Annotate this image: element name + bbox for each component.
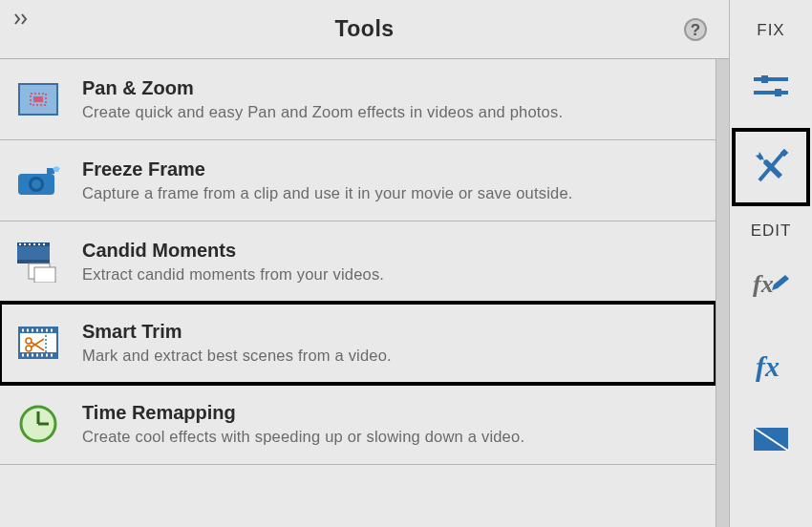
tool-desc: Create cool effects with speeding up or … xyxy=(82,428,524,446)
tool-text: Candid Moments Extract candid moments fr… xyxy=(82,240,384,284)
help-icon[interactable]: ? xyxy=(683,17,708,42)
tool-text: Freeze Frame Capture a frame from a clip… xyxy=(82,158,573,202)
tools-panel: Tools ? Pan xyxy=(0,0,730,527)
tool-item-pan-zoom[interactable]: Pan & Zoom Create quick and easy Pan and… xyxy=(0,59,716,140)
svg-rect-28 xyxy=(41,329,43,332)
tool-item-smart-trim[interactable]: Smart Trim Mark and extract best scenes … xyxy=(0,303,716,384)
svg-rect-20 xyxy=(34,267,55,283)
svg-rect-36 xyxy=(46,354,48,357)
svg-rect-27 xyxy=(36,329,38,332)
tool-item-candid-moments[interactable]: Candid Moments Extract candid moments fr… xyxy=(0,221,716,303)
svg-rect-29 xyxy=(46,329,48,332)
tool-title: Freeze Frame xyxy=(82,158,573,180)
tools-tab-icon[interactable] xyxy=(734,130,808,204)
candid-moments-icon xyxy=(15,239,61,285)
tool-desc: Create quick and easy Pan and Zoom effec… xyxy=(82,103,563,121)
fx-edit-icon[interactable]: fx xyxy=(739,258,802,315)
transition-icon[interactable] xyxy=(739,411,802,468)
tools-list: Pan & Zoom Create quick and easy Pan and… xyxy=(0,59,729,527)
panel-header: Tools ? xyxy=(0,0,729,59)
tool-text: Pan & Zoom Create quick and easy Pan and… xyxy=(82,77,563,121)
adjust-sliders-icon[interactable] xyxy=(739,57,802,115)
fix-label: FIX xyxy=(757,21,784,40)
svg-point-8 xyxy=(32,179,41,189)
svg-rect-13 xyxy=(19,243,21,245)
svg-rect-26 xyxy=(32,329,33,332)
tool-item-time-remapping[interactable]: Time Remapping Create cool effects with … xyxy=(0,384,716,465)
fx-icon[interactable]: fx xyxy=(739,338,802,395)
tool-title: Pan & Zoom xyxy=(82,77,563,99)
svg-text:?: ? xyxy=(691,21,700,39)
collapse-icon[interactable] xyxy=(11,10,34,29)
svg-rect-30 xyxy=(51,329,53,332)
tool-text: Time Remapping Create cool effects with … xyxy=(82,402,524,446)
tool-title: Smart Trim xyxy=(82,321,392,343)
svg-rect-34 xyxy=(36,354,38,357)
svg-rect-33 xyxy=(32,354,33,357)
svg-text:fx: fx xyxy=(753,270,774,298)
tool-text: Smart Trim Mark and extract best scenes … xyxy=(82,321,392,365)
tool-title: Time Remapping xyxy=(82,402,524,424)
svg-rect-47 xyxy=(761,75,768,83)
svg-rect-16 xyxy=(33,243,35,245)
app-root: Tools ? Pan xyxy=(0,0,812,527)
svg-rect-32 xyxy=(27,354,29,357)
svg-rect-15 xyxy=(29,243,31,245)
svg-rect-37 xyxy=(51,354,53,357)
svg-rect-12 xyxy=(17,260,50,264)
time-remapping-icon xyxy=(15,401,61,447)
scrollbar[interactable] xyxy=(716,59,729,527)
panel-title: Tools xyxy=(0,16,729,42)
svg-rect-5 xyxy=(33,96,43,102)
smart-trim-icon xyxy=(15,320,61,366)
svg-rect-25 xyxy=(27,329,29,332)
edit-label: EDIT xyxy=(751,221,792,241)
tool-title: Candid Moments xyxy=(82,240,384,262)
svg-rect-14 xyxy=(24,243,26,245)
freeze-frame-icon xyxy=(15,158,61,203)
right-sidebar: FIX EDIT fx fx xyxy=(730,0,812,527)
tool-desc: Capture a frame from a clip and use it i… xyxy=(82,184,573,202)
tool-desc: Mark and extract best scenes from a vide… xyxy=(82,347,392,365)
svg-rect-24 xyxy=(22,329,24,332)
svg-rect-17 xyxy=(38,243,40,245)
tool-item-freeze-frame[interactable]: Freeze Frame Capture a frame from a clip… xyxy=(0,140,716,221)
svg-text:fx: fx xyxy=(756,350,780,382)
svg-rect-35 xyxy=(41,354,43,357)
tool-desc: Extract candid moments from your videos. xyxy=(82,265,384,284)
svg-rect-18 xyxy=(43,243,45,245)
svg-rect-31 xyxy=(22,354,24,357)
pan-zoom-icon xyxy=(15,76,61,122)
svg-rect-49 xyxy=(775,89,781,96)
